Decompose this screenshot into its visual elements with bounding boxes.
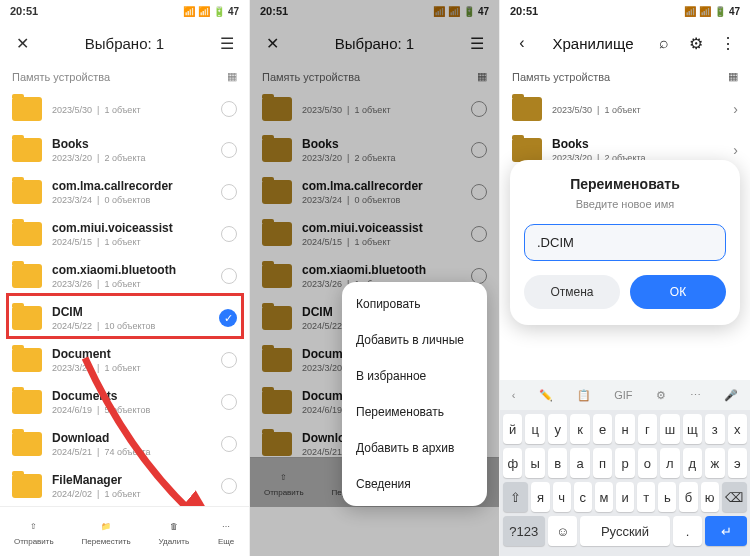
key[interactable]: а — [570, 448, 589, 478]
key[interactable]: й — [503, 414, 522, 444]
folder-item[interactable]: Download 2024/5/21 | 74 объекта — [0, 423, 249, 465]
folder-item[interactable]: DCIM 2024/5/22 | 10 объектов ✓ — [0, 297, 249, 339]
folder-name: Document — [52, 347, 211, 361]
folder-meta: 2024/5/21 | 74 объекта — [52, 447, 211, 457]
folder-item[interactable]: Books 2023/3/20 | 2 объекта — [0, 129, 249, 171]
folder-item[interactable]: com.lma.callrecorder 2023/3/24 | 0 объек… — [0, 171, 249, 213]
select-radio[interactable] — [221, 268, 237, 284]
move-button[interactable]: 📁Переместить — [82, 517, 131, 546]
send-button[interactable]: ⇧Отправить — [14, 517, 54, 546]
key-space[interactable]: Русский — [580, 516, 669, 546]
selected-check-icon[interactable]: ✓ — [219, 309, 237, 327]
menu-private[interactable]: Добавить в личные — [342, 322, 487, 358]
key-shift[interactable]: ⇧ — [503, 482, 528, 512]
more-button[interactable]: ⋯Еще — [217, 517, 235, 546]
rename-input[interactable] — [524, 224, 726, 261]
select-radio[interactable] — [221, 394, 237, 410]
status-icons: 📶 📶 🔋47 — [183, 6, 239, 17]
key[interactable]: н — [615, 414, 634, 444]
filter-icon[interactable]: ⚙ — [684, 31, 708, 55]
folder-icon — [512, 138, 542, 162]
key[interactable]: ф — [503, 448, 522, 478]
select-radio[interactable] — [221, 101, 237, 117]
select-radio[interactable] — [221, 436, 237, 452]
chevron-right-icon: › — [733, 101, 738, 117]
key[interactable]: т — [637, 482, 655, 512]
key[interactable]: р — [615, 448, 634, 478]
key[interactable]: х — [728, 414, 747, 444]
menu-favorite[interactable]: В избранное — [342, 358, 487, 394]
key-emoji[interactable]: ☺ — [548, 516, 578, 546]
key-symbols[interactable]: ?123 — [503, 516, 545, 546]
key[interactable]: д — [683, 448, 702, 478]
rename-dialog: Переименовать Введите новое имя Отмена О… — [510, 160, 740, 325]
cancel-button[interactable]: Отмена — [524, 275, 620, 309]
folder-item[interactable]: Documents 2024/6/19 | 5 объектов — [0, 381, 249, 423]
status-icons: 📶 📶 🔋47 — [684, 6, 740, 17]
key[interactable]: э — [728, 448, 747, 478]
key[interactable]: ж — [705, 448, 724, 478]
key[interactable]: в — [548, 448, 567, 478]
menu-rename[interactable]: Переименовать — [342, 394, 487, 430]
key[interactable]: ы — [525, 448, 544, 478]
key[interactable]: я — [531, 482, 549, 512]
key-dot[interactable]: . — [673, 516, 703, 546]
key[interactable]: ц — [525, 414, 544, 444]
header: ‹ Хранилище ⌕ ⚙ ⋮ — [500, 22, 750, 64]
select-radio[interactable] — [221, 352, 237, 368]
key[interactable]: г — [638, 414, 657, 444]
folder-name: com.xiaomi.bluetooth — [52, 263, 211, 277]
key[interactable]: с — [574, 482, 592, 512]
folder-item[interactable]: FileManager 2024/2/02 | 1 объект — [0, 465, 249, 507]
back-icon[interactable]: ‹ — [510, 31, 534, 55]
folder-icon — [12, 348, 42, 372]
folder-name: Books — [52, 137, 211, 151]
key[interactable]: и — [616, 482, 634, 512]
key[interactable]: ш — [660, 414, 679, 444]
key[interactable]: у — [548, 414, 567, 444]
folder-item[interactable]: com.miui.voiceassist 2024/5/15 | 1 объек… — [0, 213, 249, 255]
section-label: Память устройства ▦ — [500, 64, 750, 89]
folder-name: com.miui.voiceassist — [52, 221, 211, 235]
key[interactable]: л — [660, 448, 679, 478]
header-title: Выбрано: 1 — [42, 35, 207, 52]
sort-icon[interactable]: ☰ — [215, 31, 239, 55]
select-radio[interactable] — [221, 478, 237, 494]
grid-view-icon[interactable]: ▦ — [227, 70, 237, 83]
menu-info[interactable]: Сведения — [342, 466, 487, 502]
key[interactable]: к — [570, 414, 589, 444]
key[interactable]: б — [679, 482, 697, 512]
select-radio[interactable] — [221, 142, 237, 158]
more-icon[interactable]: ⋮ — [716, 31, 740, 55]
key[interactable]: ю — [701, 482, 719, 512]
status-bar: 20:51 📶 📶 🔋47 — [0, 0, 249, 22]
folder-item[interactable]: Document 2023/3/20 | 1 объект — [0, 339, 249, 381]
search-icon[interactable]: ⌕ — [652, 31, 676, 55]
folder-meta: 2023/3/26 | 1 объект — [52, 279, 211, 289]
ok-button[interactable]: ОК — [630, 275, 726, 309]
key[interactable]: м — [595, 482, 613, 512]
folder-icon — [12, 390, 42, 414]
delete-button[interactable]: 🗑Удалить — [159, 517, 190, 546]
key[interactable]: ч — [553, 482, 571, 512]
folder-name: Download — [52, 431, 211, 445]
key[interactable]: з — [705, 414, 724, 444]
key-enter[interactable]: ↵ — [705, 516, 747, 546]
key[interactable]: щ — [683, 414, 702, 444]
key[interactable]: ь — [658, 482, 676, 512]
key[interactable]: е — [593, 414, 612, 444]
menu-copy[interactable]: Копировать — [342, 286, 487, 322]
folder-item[interactable]: 2023/5/30 | 1 объект — [0, 89, 249, 129]
chevron-right-icon: › — [733, 142, 738, 158]
menu-archive[interactable]: Добавить в архив — [342, 430, 487, 466]
close-icon[interactable]: ✕ — [10, 31, 34, 55]
folder-item[interactable]: 2023/5/30 | 1 объект › — [500, 89, 750, 129]
key-backspace[interactable]: ⌫ — [722, 482, 747, 512]
key[interactable]: п — [593, 448, 612, 478]
key[interactable]: о — [638, 448, 657, 478]
folder-item[interactable]: com.xiaomi.bluetooth 2023/3/26 | 1 объек… — [0, 255, 249, 297]
select-radio[interactable] — [221, 184, 237, 200]
grid-view-icon[interactable]: ▦ — [728, 70, 738, 83]
select-radio[interactable] — [221, 226, 237, 242]
folder-meta: 2024/6/19 | 5 объектов — [52, 405, 211, 415]
